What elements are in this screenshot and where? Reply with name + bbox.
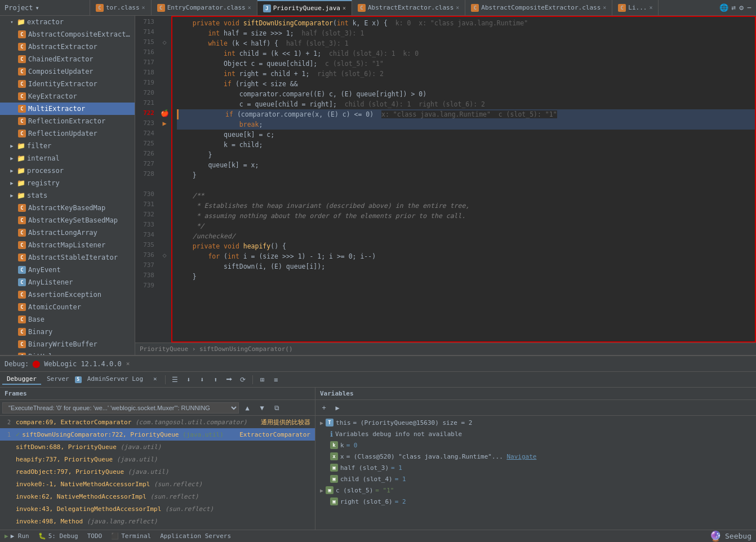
sidebar-item-any-listener[interactable]: C AnyListener: [0, 276, 135, 288]
project-dropdown-icon[interactable]: ▾: [35, 4, 39, 12]
frame-item-invoke43[interactable]: invoke:43, DelegatingMethodAccessorImpl …: [0, 503, 315, 515]
tab-close-entry[interactable]: ×: [248, 5, 251, 11]
var-item-c[interactable]: ▶ ▣ c (slot_5) = "1": [315, 485, 756, 496]
sidebar-item-abstract-map-listener[interactable]: C AbstractMapListener: [0, 239, 135, 251]
tab-admin-log[interactable]: AdminServer Log: [83, 374, 148, 385]
sidebar-item-atomic-counter[interactable]: C AtomicCounter: [0, 301, 135, 313]
frame-item-1[interactable]: 1 ✓ siftDownUsingComparator:722, Priorit…: [0, 428, 315, 441]
sidebar-item-reflection-updater[interactable]: C ReflectionUpdater: [0, 127, 135, 140]
sidebar-label-composite-updater: CompositeUpdater: [28, 68, 132, 75]
var-item-child[interactable]: ▣ child (slot_4) = 1: [315, 473, 756, 485]
btn-step-out[interactable]: ⬆: [210, 374, 222, 386]
sidebar-item-any-event[interactable]: C AnyEvent: [0, 264, 135, 276]
var-item-right[interactable]: ▣ right (slot_6) = 2: [315, 496, 756, 507]
sidebar-item-abstract-composite[interactable]: C AbstractCompositeExtractor: [0, 28, 135, 41]
status-terminal[interactable]: ⬛ Terminal: [111, 532, 151, 540]
tab-abstract-extractor[interactable]: C AbstractExtractor.class ×: [352, 0, 465, 15]
frame-item-invoke0[interactable]: invoke0:-1, NativeMethodAccessorImpl (su…: [0, 478, 315, 490]
btn-list[interactable]: ≡: [270, 374, 282, 386]
project-panel-header[interactable]: Project ▾: [0, 0, 90, 15]
sidebar-item-abstract-key-set[interactable]: C AbstractKeySetBasedMap: [0, 214, 135, 226]
sidebar-item-abstract-stable[interactable]: C AbstractStableIterator: [0, 251, 135, 264]
sidebar-item-abstract-key-based[interactable]: C AbstractKeyBasedMap: [0, 202, 135, 214]
frame-item-invoke498[interactable]: invoke:498, Method (java.lang.reflect): [0, 515, 315, 527]
var-item-x[interactable]: x x = (Class@520) "class java.lang.Runti…: [315, 451, 756, 462]
sidebar-item-abstract-long-array[interactable]: C AbstractLongArray: [0, 226, 135, 239]
var-item-this[interactable]: ▶ T this = (PriorityQueue@15630) size = …: [315, 417, 756, 428]
thread-dropdown[interactable]: "ExecuteThread: '0' for queue: 'we...' '…: [2, 402, 239, 414]
frame-item-2[interactable]: 2 compare:69, ExtractorComparator (com.t…: [0, 416, 315, 428]
sidebar-item-assertion[interactable]: C AssertionException: [0, 288, 135, 301]
tab-admin-log-close[interactable]: ×: [149, 374, 162, 385]
globe-icon[interactable]: 🌐: [719, 3, 728, 12]
var-expand-c[interactable]: ▶: [320, 487, 323, 494]
status-todo[interactable]: TODO: [87, 532, 103, 540]
sidebar-item-key[interactable]: C KeyExtractor: [0, 90, 135, 103]
split-icon[interactable]: ⇄: [732, 3, 736, 12]
btn-evaluate[interactable]: ⟳: [237, 374, 249, 386]
code-editor[interactable]: 713 714 715 716 717 718 719 720 721 722 …: [135, 16, 756, 343]
sidebar-item-multi[interactable]: C MultiExtractor: [0, 103, 135, 115]
sidebar-item-chained[interactable]: C ChainedExtractor: [0, 53, 135, 65]
btn-show-frames[interactable]: ☰: [169, 374, 181, 386]
btn-step-over[interactable]: ⬇: [183, 374, 195, 386]
sidebar-item-composite-updater[interactable]: C CompositeUpdater: [0, 65, 135, 78]
sidebar-label-binary: Binary: [28, 328, 132, 336]
sidebar-label-reflection-updater: ReflectionUpdater: [28, 130, 132, 137]
var-name-right: right (slot_6): [340, 498, 393, 505]
frame-item-heapify[interactable]: heapify:737, PriorityQueue (java.util): [0, 453, 315, 465]
btn-grid[interactable]: ⊞: [256, 374, 269, 386]
status-app-servers[interactable]: Application Servers: [160, 532, 231, 540]
frame-item-siftdown[interactable]: siftDown:688, PriorityQueue (java.util): [0, 441, 315, 453]
btn-run-cursor[interactable]: ⮕: [223, 374, 235, 386]
minimize-icon[interactable]: −: [747, 3, 751, 12]
tab-tor[interactable]: C tor.class ×: [90, 0, 152, 15]
frame-item-invoke62[interactable]: invoke:62, NativeMethodAccessorImpl (sun…: [0, 490, 315, 503]
sidebar-item-binary-write[interactable]: C BinaryWriteBuffer: [0, 338, 135, 350]
status-debug[interactable]: 🐛 5: Debug: [38, 532, 78, 540]
status-run[interactable]: ▶ ▶ Run: [5, 532, 29, 540]
btn-add-var[interactable]: +: [318, 402, 330, 414]
tab-close-ae[interactable]: ×: [456, 5, 459, 11]
sidebar-item-reflection[interactable]: C ReflectionExtractor: [0, 115, 135, 127]
sidebar-label-assertion: AssertionException: [28, 291, 132, 299]
btn-frame-filter[interactable]: ⧉: [270, 402, 283, 414]
tab-close-ac[interactable]: ×: [603, 5, 606, 11]
sidebar-item-binary[interactable]: C Binary: [0, 326, 135, 338]
var-item-half[interactable]: ▣ half (slot_3) = 1: [315, 462, 756, 473]
sidebar-item-processor[interactable]: ▶ 📁 processor: [0, 165, 135, 177]
navigate-link[interactable]: Navigate: [506, 453, 536, 460]
class-icon-ala: C: [18, 229, 26, 237]
sidebar-item-bit-helper[interactable]: C BitHelper: [0, 350, 135, 355]
sidebar-item-base[interactable]: C Base: [0, 313, 135, 326]
var-item-k[interactable]: k k = 0: [315, 439, 756, 451]
sidebar-root-extractor[interactable]: ▾ 📁 extractor: [0, 16, 135, 28]
debug-status-label[interactable]: 5: Debug: [48, 532, 78, 540]
btn-frame-up[interactable]: ▲: [241, 402, 254, 414]
tab-server[interactable]: Server: [42, 374, 74, 385]
sidebar-label-asi: AbstractStableIterator: [28, 254, 132, 261]
sidebar-item-registry[interactable]: ▶ 📁 registry: [0, 177, 135, 189]
run-label[interactable]: ▶ Run: [11, 532, 29, 540]
frame-item-readobject[interactable]: readObject:797, PriorityQueue (java.util…: [0, 465, 315, 478]
btn-expand-var[interactable]: ▶: [331, 402, 344, 414]
tab-entry-comparator[interactable]: C EntryComparator.class ×: [152, 0, 257, 15]
tab-priority-queue[interactable]: J PriorityQueue.java ×: [257, 0, 352, 15]
sidebar-item-internal[interactable]: ▶ 📁 internal: [0, 152, 135, 165]
tab-close-pq[interactable]: ×: [343, 5, 346, 11]
gear-icon[interactable]: ⚙: [739, 3, 744, 12]
sidebar-item-stats[interactable]: ▶ 📁 stats: [0, 189, 135, 202]
code-content[interactable]: private void siftDownUsingComparator(int…: [171, 16, 756, 343]
btn-step-into[interactable]: ⬇: [196, 374, 208, 386]
var-expand-this[interactable]: ▶: [320, 420, 323, 426]
tab-debugger[interactable]: Debugger: [2, 374, 41, 385]
tab-li[interactable]: C Li... ×: [612, 0, 659, 15]
tab-close-li[interactable]: ×: [649, 5, 652, 11]
btn-frame-down[interactable]: ▼: [256, 402, 268, 414]
sidebar-item-abstract-extractor[interactable]: C AbstractExtractor: [0, 41, 135, 53]
sidebar-item-filter[interactable]: ▶ 📁 filter: [0, 140, 135, 152]
sidebar-item-identity[interactable]: C IdentityExtractor: [0, 78, 135, 90]
tab-close-tor[interactable]: ×: [142, 5, 145, 11]
debug-session-close[interactable]: ×: [126, 360, 130, 367]
tab-abstract-composite[interactable]: C AbstractCompositeExtractor.class ×: [465, 0, 612, 15]
